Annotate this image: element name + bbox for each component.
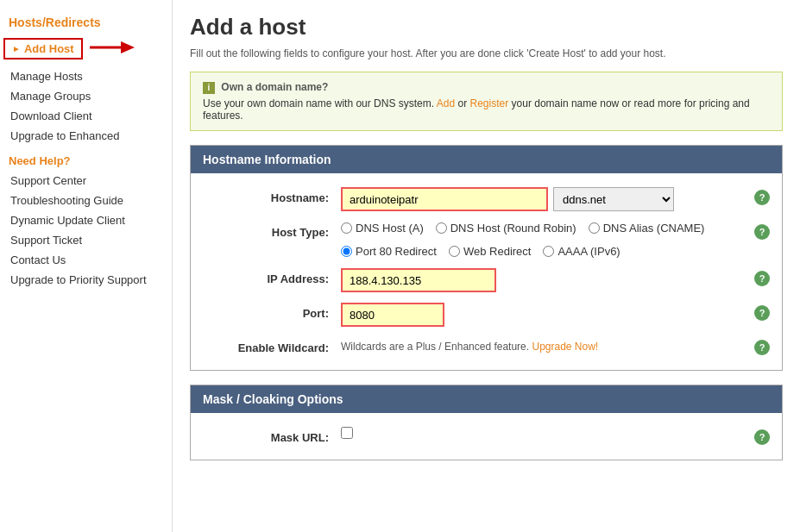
arrow-indicator (88, 38, 135, 59)
port-label: Port: (203, 303, 341, 320)
radio-label-round-robin: DNS Host (Round Robin) (450, 222, 576, 235)
ip-help-icon[interactable]: ? (754, 271, 770, 286)
hostname-section-header: Hostname Information (191, 146, 782, 173)
mask-url-checkbox[interactable] (341, 427, 353, 439)
domain-notice-or: or (457, 97, 469, 110)
hostname-help: ? (749, 187, 770, 205)
wildcard-label: Enable Wildcard: (203, 337, 341, 354)
hostname-input[interactable] (341, 187, 548, 211)
wildcard-controls: Wildcards are a Plus / Enhanced feature.… (341, 337, 749, 353)
main-content: Add a host Fill out the following fields… (173, 0, 800, 532)
hostname-controls: ddns.net no-ip.com hopto.org mooo.com (341, 187, 749, 211)
mask-url-help: ? (749, 427, 770, 445)
port-input[interactable] (341, 303, 444, 327)
hostname-section: Hostname Information Hostname: ddns.net … (190, 145, 783, 371)
radio-port80[interactable]: Port 80 Redirect (341, 245, 437, 258)
hostname-label: Hostname: (203, 187, 341, 204)
radio-input-round-robin[interactable] (436, 222, 447, 234)
ip-address-input[interactable] (341, 268, 496, 292)
add-host-label: Add Host (24, 42, 74, 55)
radio-input-alias[interactable] (589, 222, 600, 234)
mask-url-label: Mask URL: (203, 427, 341, 444)
domain-add-link[interactable]: Add (437, 97, 455, 110)
wildcard-text: Wildcards are a Plus / Enhanced feature.… (341, 337, 598, 353)
sidebar-item-download-client[interactable]: Download Client (0, 106, 172, 126)
radio-dns-round-robin[interactable]: DNS Host (Round Robin) (436, 222, 576, 235)
domain-notice-heading: Own a domain name? (221, 81, 328, 93)
sidebar-item-upgrade-priority[interactable]: Upgrade to Priority Support (0, 270, 172, 290)
host-type-row: Host Type: DNS Host (A) DNS Host (Round … (191, 216, 782, 263)
radio-input-web-redirect[interactable] (449, 246, 460, 257)
radio-label-web-redirect: Web Redirect (463, 245, 532, 258)
domain-notice: i Own a domain name? Use your own domain… (190, 72, 783, 131)
bullet-icon: i (203, 82, 215, 94)
radio-label-dns-a: DNS Host (A) (356, 222, 424, 235)
host-type-radio-group2: Port 80 Redirect Web Redirect AAAA (IPv6… (341, 245, 620, 258)
domain-register-link[interactable]: Register (470, 97, 509, 110)
wildcard-row: Enable Wildcard: Wildcards are a Plus / … (191, 332, 782, 361)
radio-label-alias: DNS Alias (CNAME) (603, 222, 705, 235)
radio-input-aaaa[interactable] (543, 246, 554, 257)
hostname-section-body: Hostname: ddns.net no-ip.com hopto.org m… (191, 173, 782, 370)
host-type-controls: DNS Host (A) DNS Host (Round Robin) DNS … (341, 222, 749, 258)
ip-address-row: IP Address: ? (191, 263, 782, 297)
sidebar-section-hosts: Hosts/Redirects (0, 9, 172, 34)
mask-section: Mask / Cloaking Options Mask URL: ? (190, 385, 783, 460)
radio-label-port80: Port 80 Redirect (356, 245, 437, 258)
radio-aaaa[interactable]: AAAA (IPv6) (543, 245, 620, 258)
sidebar-section-help: Need Help? (0, 146, 172, 171)
sidebar-item-manage-hosts[interactable]: Manage Hosts (0, 66, 172, 86)
domain-select[interactable]: ddns.net no-ip.com hopto.org mooo.com (553, 187, 674, 211)
sidebar-item-contact-us[interactable]: Contact Us (0, 250, 172, 270)
hostname-row: Hostname: ddns.net no-ip.com hopto.org m… (191, 182, 782, 216)
sidebar-item-manage-groups[interactable]: Manage Groups (0, 86, 172, 106)
ip-help: ? (749, 268, 770, 286)
sidebar-item-support-ticket[interactable]: Support Ticket (0, 230, 172, 250)
mask-section-body: Mask URL: ? (191, 413, 782, 460)
host-type-radio-group: DNS Host (A) DNS Host (Round Robin) DNS … (341, 222, 704, 235)
radio-input-dns-a[interactable] (341, 222, 352, 234)
radio-dns-alias[interactable]: DNS Alias (CNAME) (589, 222, 705, 235)
svg-marker-1 (121, 41, 135, 53)
mask-url-controls (341, 427, 749, 439)
mask-url-help-icon[interactable]: ? (754, 429, 770, 445)
add-host-button[interactable]: ► Add Host (3, 38, 83, 59)
host-type-label: Host Type: (203, 222, 341, 239)
radio-web-redirect[interactable]: Web Redirect (449, 245, 532, 258)
port-help-icon[interactable]: ? (754, 305, 770, 321)
sidebar: Hosts/Redirects ► Add Host Manage Hosts … (0, 0, 173, 532)
sidebar-item-troubleshooting-guide[interactable]: Troubleshooting Guide (0, 191, 172, 210)
domain-notice-text: Use your own domain name with our DNS sy… (203, 97, 434, 110)
port-help: ? (749, 303, 770, 321)
page-subtitle: Fill out the following fields to configu… (190, 47, 783, 59)
wildcard-help-icon[interactable]: ? (754, 340, 770, 355)
sidebar-item-upgrade-enhanced[interactable]: Upgrade to Enhanced (0, 126, 172, 146)
ip-address-controls (341, 268, 749, 292)
domain-notice-title: i Own a domain name? (203, 81, 770, 94)
sidebar-item-support-center[interactable]: Support Center (0, 171, 172, 191)
radio-label-aaaa: AAAA (IPv6) (557, 245, 620, 258)
hostname-help-icon[interactable]: ? (754, 190, 770, 205)
mask-url-row: Mask URL: ? (191, 422, 782, 451)
host-type-help-icon[interactable]: ? (754, 224, 770, 240)
radio-dns-host-a[interactable]: DNS Host (A) (341, 222, 424, 235)
host-type-help: ? (749, 222, 770, 240)
wildcard-description: Wildcards are a Plus / Enhanced feature. (341, 341, 529, 353)
wildcard-help: ? (749, 337, 770, 355)
port-row: Port: ? (191, 297, 782, 332)
ip-address-label: IP Address: (203, 268, 341, 285)
sidebar-item-dynamic-update-client[interactable]: Dynamic Update Client (0, 210, 172, 230)
mask-section-header: Mask / Cloaking Options (191, 385, 782, 413)
port-controls (341, 303, 749, 327)
radio-input-port80[interactable] (341, 246, 352, 257)
add-host-row: ► Add Host (3, 38, 165, 59)
page-title: Add a host (190, 14, 783, 41)
wildcard-upgrade-link[interactable]: Upgrade Now! (532, 341, 598, 353)
caret-icon: ► (12, 44, 21, 53)
